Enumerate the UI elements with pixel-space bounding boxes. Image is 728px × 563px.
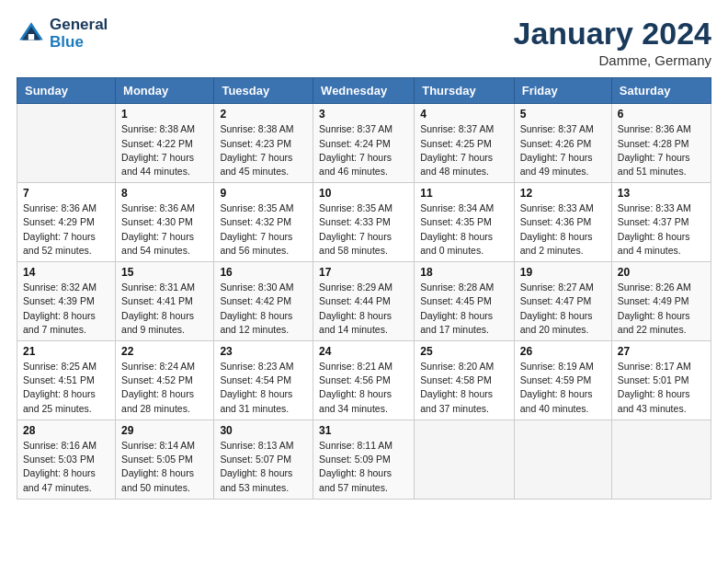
day-number: 31 — [319, 424, 408, 437]
calendar-cell: 2Sunrise: 8:38 AM Sunset: 4:23 PM Daylig… — [214, 104, 313, 183]
title-block: January 2024 Damme, Germany — [514, 17, 712, 68]
day-number: 2 — [220, 108, 307, 121]
day-number: 17 — [319, 266, 408, 279]
day-number: 29 — [121, 424, 208, 437]
day-number: 25 — [420, 345, 507, 358]
logo-text: General Blue — [50, 17, 108, 51]
day-info: Sunrise: 8:36 AM Sunset: 4:29 PM Dayligh… — [23, 201, 109, 258]
day-info: Sunrise: 8:17 AM Sunset: 5:01 PM Dayligh… — [618, 360, 705, 416]
day-number: 18 — [420, 266, 507, 279]
day-info: Sunrise: 8:38 AM Sunset: 4:23 PM Dayligh… — [220, 122, 307, 178]
day-number: 21 — [23, 345, 109, 358]
calendar-cell: 15Sunrise: 8:31 AM Sunset: 4:41 PM Dayli… — [116, 262, 214, 341]
calendar-cell: 3Sunrise: 8:37 AM Sunset: 4:24 PM Daylig… — [313, 104, 415, 183]
day-number: 22 — [121, 345, 208, 358]
weekday-header-row: SundayMondayTuesdayWednesdayThursdayFrid… — [17, 78, 711, 104]
day-number: 3 — [319, 108, 408, 121]
day-info: Sunrise: 8:26 AM Sunset: 4:49 PM Dayligh… — [618, 281, 705, 337]
calendar-cell: 1Sunrise: 8:38 AM Sunset: 4:22 PM Daylig… — [116, 104, 214, 183]
day-info: Sunrise: 8:30 AM Sunset: 4:42 PM Dayligh… — [220, 281, 307, 337]
day-info: Sunrise: 8:13 AM Sunset: 5:07 PM Dayligh… — [220, 439, 307, 495]
day-info: Sunrise: 8:37 AM Sunset: 4:26 PM Dayligh… — [520, 122, 606, 178]
day-info: Sunrise: 8:23 AM Sunset: 4:54 PM Dayligh… — [220, 360, 307, 416]
day-info: Sunrise: 8:25 AM Sunset: 4:51 PM Dayligh… — [23, 360, 109, 416]
day-number: 23 — [220, 345, 307, 358]
day-info: Sunrise: 8:33 AM Sunset: 4:36 PM Dayligh… — [520, 201, 606, 258]
day-number: 27 — [618, 345, 705, 358]
calendar-cell: 6Sunrise: 8:36 AM Sunset: 4:28 PM Daylig… — [611, 104, 711, 183]
calendar-cell: 12Sunrise: 8:33 AM Sunset: 4:36 PM Dayli… — [514, 183, 611, 262]
calendar-cell: 18Sunrise: 8:28 AM Sunset: 4:45 PM Dayli… — [415, 262, 514, 341]
day-info: Sunrise: 8:36 AM Sunset: 4:30 PM Dayligh… — [121, 201, 208, 258]
week-row-4: 21Sunrise: 8:25 AM Sunset: 4:51 PM Dayli… — [17, 341, 711, 420]
day-number: 9 — [220, 187, 307, 200]
calendar-cell: 22Sunrise: 8:24 AM Sunset: 4:52 PM Dayli… — [116, 341, 214, 420]
day-info: Sunrise: 8:35 AM Sunset: 4:33 PM Dayligh… — [319, 201, 408, 258]
calendar-cell: 24Sunrise: 8:21 AM Sunset: 4:56 PM Dayli… — [313, 341, 415, 420]
calendar-cell: 20Sunrise: 8:26 AM Sunset: 4:49 PM Dayli… — [611, 262, 711, 341]
calendar-cell: 16Sunrise: 8:30 AM Sunset: 4:42 PM Dayli… — [214, 262, 313, 341]
day-number: 15 — [121, 266, 208, 279]
calendar-cell: 4Sunrise: 8:37 AM Sunset: 4:25 PM Daylig… — [415, 104, 514, 183]
calendar-cell: 5Sunrise: 8:37 AM Sunset: 4:26 PM Daylig… — [514, 104, 611, 183]
day-number: 7 — [23, 187, 109, 200]
calendar-cell: 26Sunrise: 8:19 AM Sunset: 4:59 PM Dayli… — [514, 341, 611, 420]
calendar-cell: 8Sunrise: 8:36 AM Sunset: 4:30 PM Daylig… — [116, 183, 214, 262]
calendar-cell: 21Sunrise: 8:25 AM Sunset: 4:51 PM Dayli… — [17, 341, 116, 420]
calendar-cell: 7Sunrise: 8:36 AM Sunset: 4:29 PM Daylig… — [17, 183, 116, 262]
day-number: 13 — [618, 187, 705, 200]
day-info: Sunrise: 8:31 AM Sunset: 4:41 PM Dayligh… — [121, 281, 208, 337]
day-number: 28 — [23, 424, 109, 437]
week-row-5: 28Sunrise: 8:16 AM Sunset: 5:03 PM Dayli… — [17, 419, 711, 499]
day-info: Sunrise: 8:16 AM Sunset: 5:03 PM Dayligh… — [23, 439, 109, 495]
calendar-cell: 9Sunrise: 8:35 AM Sunset: 4:32 PM Daylig… — [214, 183, 313, 262]
day-number: 24 — [319, 345, 408, 358]
calendar-cell: 25Sunrise: 8:20 AM Sunset: 4:58 PM Dayli… — [415, 341, 514, 420]
calendar-cell: 30Sunrise: 8:13 AM Sunset: 5:07 PM Dayli… — [214, 419, 313, 499]
day-number: 20 — [618, 266, 705, 279]
day-info: Sunrise: 8:11 AM Sunset: 5:09 PM Dayligh… — [319, 439, 408, 495]
day-info: Sunrise: 8:37 AM Sunset: 4:25 PM Dayligh… — [420, 122, 507, 178]
calendar-cell: 13Sunrise: 8:33 AM Sunset: 4:37 PM Dayli… — [611, 183, 711, 262]
weekday-friday: Friday — [514, 78, 611, 104]
calendar-cell: 23Sunrise: 8:23 AM Sunset: 4:54 PM Dayli… — [214, 341, 313, 420]
calendar-table: SundayMondayTuesdayWednesdayThursdayFrid… — [17, 77, 711, 499]
calendar-cell — [415, 419, 514, 499]
day-info: Sunrise: 8:38 AM Sunset: 4:22 PM Dayligh… — [121, 122, 208, 178]
day-number: 4 — [420, 108, 507, 121]
calendar-cell: 28Sunrise: 8:16 AM Sunset: 5:03 PM Dayli… — [17, 419, 116, 499]
day-number: 30 — [220, 424, 307, 437]
day-number: 1 — [121, 108, 208, 121]
calendar-cell: 14Sunrise: 8:32 AM Sunset: 4:39 PM Dayli… — [17, 262, 116, 341]
day-number: 5 — [520, 108, 606, 121]
logo: General Blue — [17, 17, 108, 51]
day-info: Sunrise: 8:20 AM Sunset: 4:58 PM Dayligh… — [420, 360, 507, 416]
calendar-cell — [17, 104, 116, 183]
calendar-cell: 27Sunrise: 8:17 AM Sunset: 5:01 PM Dayli… — [611, 341, 711, 420]
calendar-cell: 19Sunrise: 8:27 AM Sunset: 4:47 PM Dayli… — [514, 262, 611, 341]
weekday-thursday: Thursday — [415, 78, 514, 104]
day-info: Sunrise: 8:35 AM Sunset: 4:32 PM Dayligh… — [220, 201, 307, 258]
day-info: Sunrise: 8:19 AM Sunset: 4:59 PM Dayligh… — [520, 360, 606, 416]
day-info: Sunrise: 8:27 AM Sunset: 4:47 PM Dayligh… — [520, 281, 606, 337]
day-info: Sunrise: 8:33 AM Sunset: 4:37 PM Dayligh… — [618, 201, 705, 258]
day-number: 16 — [220, 266, 307, 279]
day-number: 11 — [420, 187, 507, 200]
day-number: 10 — [319, 187, 408, 200]
calendar-subtitle: Damme, Germany — [514, 52, 712, 68]
calendar-cell: 31Sunrise: 8:11 AM Sunset: 5:09 PM Dayli… — [313, 419, 415, 499]
calendar-cell: 11Sunrise: 8:34 AM Sunset: 4:35 PM Dayli… — [415, 183, 514, 262]
week-row-1: 1Sunrise: 8:38 AM Sunset: 4:22 PM Daylig… — [17, 104, 711, 183]
calendar-cell: 29Sunrise: 8:14 AM Sunset: 5:05 PM Dayli… — [116, 419, 214, 499]
page: General Blue January 2024 Damme, Germany… — [0, 0, 728, 563]
day-info: Sunrise: 8:36 AM Sunset: 4:28 PM Dayligh… — [618, 122, 705, 178]
day-info: Sunrise: 8:28 AM Sunset: 4:45 PM Dayligh… — [420, 281, 507, 337]
day-number: 6 — [618, 108, 705, 121]
weekday-wednesday: Wednesday — [313, 78, 415, 104]
day-number: 14 — [23, 266, 109, 279]
calendar-cell — [514, 419, 611, 499]
calendar-cell: 17Sunrise: 8:29 AM Sunset: 4:44 PM Dayli… — [313, 262, 415, 341]
calendar-cell — [611, 419, 711, 499]
weekday-saturday: Saturday — [611, 78, 711, 104]
calendar-cell: 10Sunrise: 8:35 AM Sunset: 4:33 PM Dayli… — [313, 183, 415, 262]
